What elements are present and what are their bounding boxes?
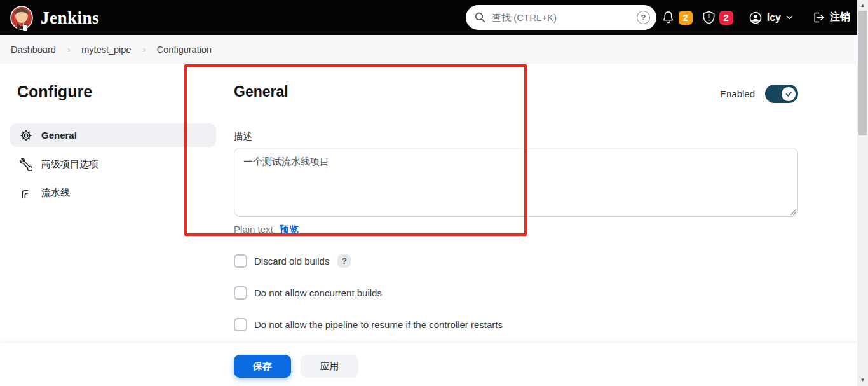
shield-warning-icon <box>702 10 716 25</box>
gear-icon <box>20 129 32 142</box>
breadcrumb: Dashboard › mytest_pipe › Configuration <box>0 35 868 64</box>
global-search-box[interactable]: ? <box>466 5 656 30</box>
section-title: General <box>234 83 288 100</box>
search-icon <box>475 12 485 23</box>
apply-button[interactable]: 应用 <box>301 355 358 378</box>
logout-icon <box>811 11 825 24</box>
enabled-label: Enabled <box>720 88 755 99</box>
checkbox-label: Discard old builds <box>254 256 329 266</box>
enabled-row: Enabled <box>720 85 798 103</box>
checkbox-label: Do not allow the pipeline to resume if t… <box>254 319 503 330</box>
pipeline-icon <box>20 187 32 200</box>
sidebar-item-general[interactable]: General <box>10 123 216 147</box>
scroll-up-arrow-icon[interactable]: ▲ <box>857 0 868 10</box>
description-textarea[interactable]: 一个测试流水线项目 <box>234 148 798 217</box>
user-avatar-icon <box>749 11 763 25</box>
config-section-nav: General 高级项目选项 流水线 <box>10 123 216 210</box>
user-menu[interactable]: lcy <box>749 11 794 25</box>
help-icon[interactable]: ? <box>337 254 351 268</box>
sidebar-item-label: 流水线 <box>41 187 70 199</box>
jenkins-configuration-page: Jenkins ? 2 <box>0 0 868 386</box>
format-label: Plain text <box>234 224 273 235</box>
breadcrumb-separator-icon: › <box>67 45 70 54</box>
preview-link[interactable]: 预览 <box>280 224 299 236</box>
save-button[interactable]: 保存 <box>234 355 291 378</box>
toggle-knob-check-icon <box>782 87 796 101</box>
enabled-toggle[interactable] <box>765 85 798 103</box>
security-group[interactable]: 2 <box>702 10 733 25</box>
no-concurrent-builds-checkbox[interactable] <box>234 286 247 300</box>
textarea-resize-grip[interactable] <box>789 208 797 216</box>
breadcrumb-job[interactable]: mytest_pipe <box>81 45 131 55</box>
breadcrumb-separator-icon: › <box>142 45 145 54</box>
scroll-down-arrow-icon[interactable]: ▼ <box>857 375 868 385</box>
sidebar-item-label: General <box>41 130 77 141</box>
logout-label: 注销 <box>830 11 850 24</box>
search-input[interactable] <box>492 12 637 23</box>
chevron-down-icon <box>785 13 794 22</box>
bell-icon <box>661 10 675 25</box>
search-help-icon[interactable]: ? <box>637 11 650 24</box>
vertical-scrollbar[interactable]: ▲ ▼ <box>857 0 868 386</box>
security-badge: 2 <box>719 11 733 25</box>
bottom-app-bar <box>0 343 857 386</box>
checkbox-label: Do not allow concurrent builds <box>254 287 382 298</box>
wrench-icon <box>20 158 32 171</box>
notifications-group[interactable]: 2 <box>661 10 693 25</box>
breadcrumb-dashboard[interactable]: Dashboard <box>11 45 56 55</box>
breadcrumb-configuration[interactable]: Configuration <box>157 45 212 55</box>
description-label: 描述 <box>234 130 252 142</box>
sidebar-item-label: 高级项目选项 <box>41 158 98 170</box>
top-header-bar: Jenkins ? 2 <box>0 0 868 35</box>
sidebar-item-advanced-options[interactable]: 高级项目选项 <box>10 153 216 176</box>
no-resume-row: Do not allow the pipeline to resume if t… <box>234 318 503 331</box>
discard-old-builds-checkbox[interactable] <box>234 254 247 268</box>
header-actions: 2 2 lcy <box>661 0 850 35</box>
no-concurrent-builds-row: Do not allow concurrent builds <box>234 286 382 300</box>
page-title: Configure <box>17 83 92 101</box>
scrollbar-thumb[interactable] <box>858 11 867 135</box>
jenkins-butler-logo-icon <box>9 4 34 31</box>
jenkins-home-link[interactable]: Jenkins <box>9 4 99 31</box>
discard-old-builds-row: Discard old builds ? <box>234 254 351 268</box>
no-resume-checkbox[interactable] <box>234 318 247 331</box>
sidebar-item-pipeline[interactable]: 流水线 <box>10 181 216 205</box>
description-footer: Plain text 预览 <box>234 224 299 236</box>
user-name: lcy <box>767 12 781 24</box>
logout-button[interactable]: 注销 <box>811 11 850 24</box>
notifications-badge: 2 <box>679 11 693 25</box>
brand-title: Jenkins <box>41 8 99 28</box>
